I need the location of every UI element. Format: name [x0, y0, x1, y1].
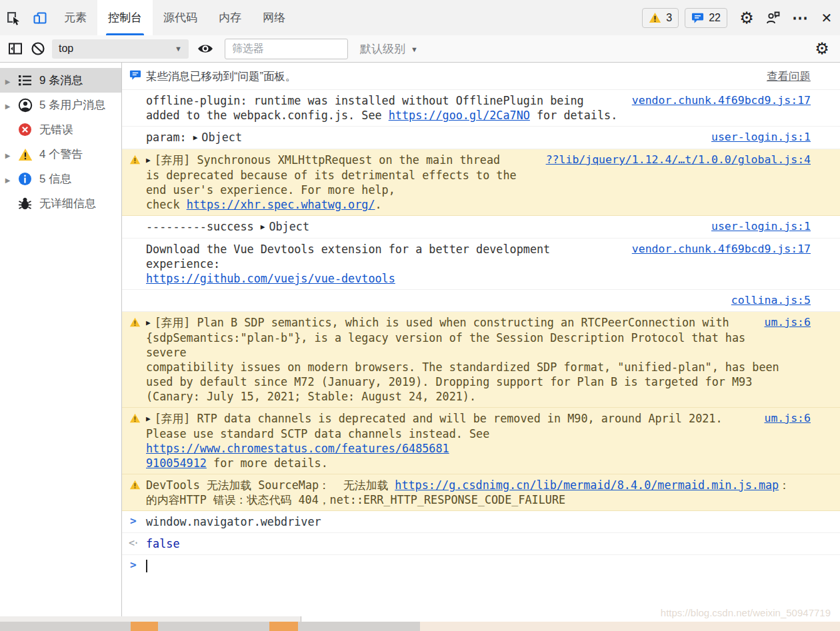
message-text: [弃用] Plan B SDP semantics, which is used… — [146, 316, 779, 403]
page-watermark: https://blog.csdn.net/weixin_50947719 — [661, 607, 831, 618]
tab-elements[interactable]: 元素 — [53, 0, 97, 35]
source-link[interactable]: um.js:6 — [764, 315, 811, 330]
inspect-icon — [5, 10, 21, 26]
tab-sources[interactable]: 源代码 — [153, 0, 208, 35]
expand-arrow-icon[interactable] — [2, 149, 13, 161]
frame-context-select[interactable]: top — [52, 39, 189, 59]
object-preview[interactable]: Object — [269, 220, 309, 233]
sidebar-item-all-messages[interactable]: 9 条消息 — [0, 68, 121, 93]
feedback-icon — [765, 10, 781, 26]
message-text: ---------success — [146, 220, 261, 233]
console-message-log: vendor.chunk.4f69bcd9.js:17Download the … — [122, 239, 840, 290]
inspect-element-button[interactable] — [0, 0, 27, 35]
source-link[interactable]: vendor.chunk.4f69bcd9.js:17 — [632, 93, 811, 108]
sidebar-item-errors[interactable]: 无错误 — [0, 117, 121, 142]
console-messages: 查看问题某些消息已移动到“问题”面板。 vendor.chunk.4f69bcd… — [122, 63, 840, 621]
expand-triangle-icon[interactable] — [146, 412, 155, 425]
expand-triangle-icon[interactable] — [261, 220, 269, 233]
log-level-value: 默认级别 — [360, 41, 405, 57]
sidebar-item-info[interactable]: 5 信息 — [0, 167, 121, 191]
close-devtools-button[interactable] — [813, 0, 840, 35]
filter-input[interactable] — [225, 39, 348, 59]
sidebar-item-warnings[interactable]: 4 个警告 — [0, 142, 121, 167]
dock-side-button[interactable] — [4, 37, 27, 60]
console-sidebar: 9 条消息 5 条用户消息 无错误 4 个警告 5 信息 — [0, 63, 122, 621]
console-message-log: user-login.js:1param: Object — [122, 127, 840, 149]
message-link[interactable]: https://github.com/vuejs/vue-devtools — [146, 272, 395, 285]
chat-bubble-icon — [129, 69, 141, 81]
text-cursor — [146, 560, 147, 572]
settings-button[interactable] — [733, 0, 760, 35]
console-message-warning: um.js:6[弃用] RTP data channels is depreca… — [122, 408, 840, 474]
message-text: Download the Vue Devtools extension for … — [146, 243, 550, 271]
source-link[interactable]: collina.js:5 — [731, 293, 811, 308]
warning-icon — [129, 413, 141, 425]
underlying-page-sliver — [0, 616, 301, 622]
feedback-button[interactable] — [760, 0, 787, 35]
error-icon — [17, 122, 33, 137]
source-link[interactable]: user-login.js:1 — [711, 219, 811, 234]
console-toolbar: top 默认级别 — [0, 35, 840, 63]
object-preview[interactable]: Object — [201, 131, 242, 144]
list-icon — [17, 73, 33, 88]
notice-text: 某些消息已移动到“问题”面板。 — [146, 70, 297, 82]
gear-icon — [739, 9, 754, 27]
log-level-select[interactable]: 默认级别 — [360, 41, 418, 57]
sidebar-item-verbose[interactable]: 无详细信息 — [0, 191, 121, 216]
expand-triangle-icon[interactable] — [146, 316, 155, 329]
message-link[interactable]: https://xhr.spec.whatwg.org/ — [187, 198, 375, 211]
issues-warning-badge[interactable]: 3 — [642, 8, 679, 28]
warning-icon — [129, 155, 141, 167]
gear-icon — [815, 39, 829, 58]
expand-arrow-icon[interactable] — [2, 173, 13, 185]
info-icon — [17, 171, 33, 187]
dock-side-icon — [8, 41, 23, 56]
console-message-warning: um.js:6[弃用] Plan B SDP semantics, which … — [122, 312, 840, 408]
warning-icon — [17, 147, 33, 162]
sidebar-item-user-messages[interactable]: 5 条用户消息 — [0, 93, 121, 117]
page-strip-beige-segment — [420, 622, 840, 631]
source-link[interactable]: vendor.chunk.4f69bcd9.js:17 — [632, 242, 811, 257]
expand-arrow-icon[interactable] — [2, 75, 13, 87]
message-count: 22 — [709, 12, 721, 24]
page-strip-orange-segment — [269, 622, 298, 631]
expand-arrow-icon[interactable] — [2, 99, 13, 111]
device-toolbar-icon — [32, 10, 48, 26]
device-toolbar-button[interactable] — [27, 0, 53, 35]
console-message-warning: ??lib/jquery/1.12.4/…t/1.0.0/global.js:4… — [122, 149, 840, 216]
message-text: [弃用] RTP data channels is deprecated and… — [146, 412, 723, 440]
warning-triangle-icon — [649, 12, 661, 23]
user-icon — [17, 97, 33, 113]
bug-icon — [17, 196, 33, 211]
expand-triangle-icon[interactable] — [146, 153, 155, 167]
console-prompt[interactable] — [122, 555, 840, 576]
sidebar-item-label: 无详细信息 — [39, 196, 96, 211]
console-message-warning: DevTools 无法加载 SourceMap： 无法加载 https://g.… — [122, 474, 840, 511]
clear-console-button[interactable] — [27, 37, 49, 60]
more-options-button[interactable] — [787, 0, 813, 35]
console-settings-button[interactable] — [811, 37, 833, 60]
live-expression-button[interactable] — [194, 37, 217, 60]
devtools-window: 元素 控制台 源代码 内存 网络 3 22 top — [0, 0, 840, 622]
message-link[interactable]: https://g.csdnimg.cn/lib/mermaid/8.4.0/m… — [395, 478, 779, 492]
chevron-down-icon — [411, 42, 418, 55]
frame-context-value: top — [59, 43, 73, 55]
tab-network[interactable]: 网络 — [252, 0, 296, 35]
sidebar-item-label: 5 信息 — [39, 171, 71, 187]
view-issues-link[interactable]: 查看问题 — [767, 69, 811, 83]
sidebar-item-label: 无错误 — [39, 122, 73, 137]
message-text: for details. — [530, 109, 617, 122]
console-message-badge[interactable]: 22 — [685, 8, 727, 28]
console-message-log: vendor.chunk.4f69bcd9.js:17offline-plugi… — [122, 90, 840, 127]
source-link[interactable]: um.js:6 — [764, 411, 811, 426]
message-link[interactable]: https://goo.gl/2Ca7NO — [389, 109, 530, 122]
console-notice: 查看问题某些消息已移动到“问题”面板。 — [122, 63, 840, 90]
console-message-log: user-login.js:1---------success Object — [122, 216, 840, 239]
repl-input-echo: window.navigator.webdriver — [122, 511, 840, 533]
expand-triangle-icon[interactable] — [193, 131, 202, 144]
tab-memory[interactable]: 内存 — [208, 0, 252, 35]
source-link[interactable]: ??lib/jquery/1.12.4/…t/1.0.0/global.js:4 — [546, 153, 811, 167]
source-link[interactable]: user-login.js:1 — [711, 130, 811, 145]
tab-console[interactable]: 控制台 — [97, 0, 153, 35]
sidebar-item-label: 5 条用户消息 — [39, 97, 105, 113]
